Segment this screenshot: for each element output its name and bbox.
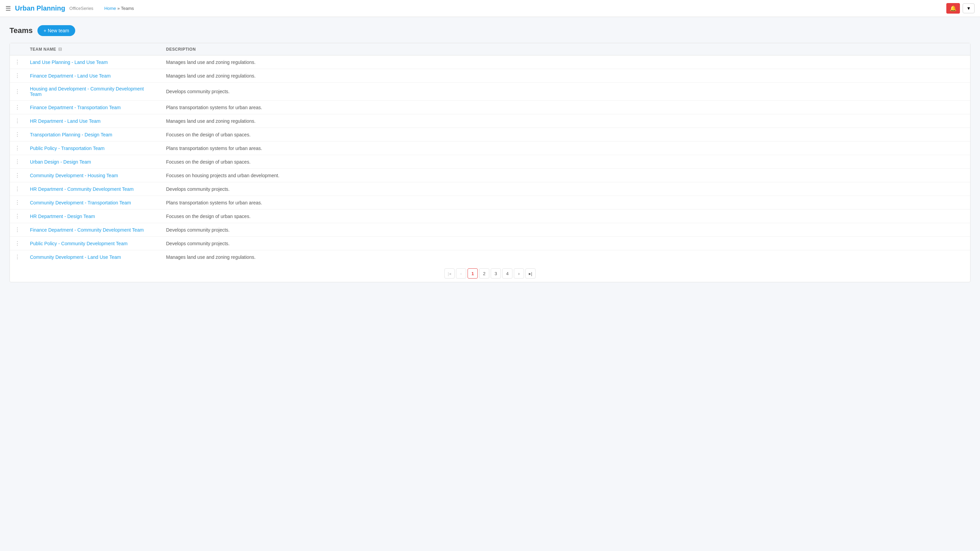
row-desc-text: Develops community projects. [166, 186, 230, 192]
pagination-page-3[interactable]: 3 [491, 268, 501, 279]
row-menu-cell: ⋮ [10, 83, 25, 101]
row-team-name-cell: Community Development - Housing Team [25, 169, 161, 182]
team-name-link[interactable]: HR Department - Land Use Team [30, 118, 101, 124]
team-name-link[interactable]: Community Development - Transportation T… [30, 200, 131, 205]
row-menu-cell: ⋮ [10, 114, 25, 128]
team-name-link[interactable]: Public Policy - Transportation Team [30, 146, 105, 151]
team-name-link[interactable]: Finance Department - Community Developme… [30, 227, 143, 233]
row-desc-text: Plans transportation systems for urban a… [166, 146, 262, 151]
row-desc-cell: Focuses on the design of urban spaces. [161, 155, 970, 169]
pagination-last-button[interactable]: ▸| [525, 268, 536, 279]
col-teamname-header: TEAM NAME ⊟ [25, 43, 161, 56]
table-row: ⋮ Land Use Planning - Land Use Team Mana… [10, 56, 970, 69]
table-row: ⋮ HR Department - Community Development … [10, 182, 970, 196]
row-team-name-cell: Transportation Planning - Design Team [25, 128, 161, 141]
col-desc-header: DESCRIPTION [161, 43, 970, 56]
new-team-button[interactable]: + New team [37, 25, 75, 36]
team-name-link[interactable]: Community Development - Land Use Team [30, 254, 121, 260]
table-body: ⋮ Land Use Planning - Land Use Team Mana… [10, 56, 970, 264]
row-menu-dots[interactable]: ⋮ [14, 73, 21, 79]
page-title: Teams [10, 26, 33, 35]
pagination-first-button[interactable]: |◂ [444, 268, 455, 279]
row-menu-dots[interactable]: ⋮ [14, 89, 21, 95]
table-row: ⋮ Community Development - Housing Team F… [10, 169, 970, 182]
row-desc-text: Focuses on the design of urban spaces. [166, 159, 250, 165]
pagination-prev-button[interactable]: ‹ [456, 268, 466, 279]
row-team-name-cell: Finance Department - Transportation Team [25, 101, 161, 114]
row-menu-cell: ⋮ [10, 169, 25, 182]
row-menu-dots[interactable]: ⋮ [14, 200, 21, 205]
row-desc-cell: Manages land use and zoning regulations. [161, 250, 970, 264]
col-menu-header [10, 43, 25, 56]
team-name-link[interactable]: HR Department - Design Team [30, 214, 95, 219]
row-menu-dots[interactable]: ⋮ [14, 172, 21, 178]
user-dropdown-button[interactable]: ▼ [963, 3, 975, 13]
row-menu-dots[interactable]: ⋮ [14, 105, 21, 110]
row-team-name-cell: HR Department - Design Team [25, 210, 161, 223]
header-right: 🔔 ▼ [946, 3, 975, 14]
row-desc-text: Plans transportation systems for urban a… [166, 105, 262, 110]
row-desc-text: Focuses on the design of urban spaces. [166, 214, 250, 219]
pagination-next-button[interactable]: › [514, 268, 524, 279]
row-menu-dots[interactable]: ⋮ [14, 132, 21, 137]
bell-icon: 🔔 [950, 5, 956, 11]
row-menu-cell: ⋮ [10, 69, 25, 83]
pagination-page-1[interactable]: 1 [468, 268, 478, 279]
app-subtitle: OfficeSeries [69, 6, 94, 11]
row-desc-text: Manages land use and zoning regulations. [166, 60, 256, 65]
row-team-name-cell: HR Department - Land Use Team [25, 114, 161, 128]
team-name-link[interactable]: Finance Department - Land Use Team [30, 73, 111, 79]
row-menu-dots[interactable]: ⋮ [14, 240, 21, 246]
notification-button[interactable]: 🔔 [946, 3, 960, 14]
team-name-link[interactable]: Community Development - Housing Team [30, 173, 118, 178]
table-row: ⋮ Finance Department - Community Develop… [10, 223, 970, 237]
row-desc-cell: Develops community projects. [161, 182, 970, 196]
row-menu-dots[interactable]: ⋮ [14, 59, 21, 65]
team-name-link[interactable]: Transportation Planning - Design Team [30, 132, 112, 137]
team-name-link[interactable]: Housing and Development - Community Deve… [30, 86, 144, 97]
team-name-link[interactable]: Public Policy - Community Development Te… [30, 241, 127, 246]
page-header: Teams + New team [10, 25, 970, 36]
pagination-page-2[interactable]: 2 [479, 268, 489, 279]
table-row: ⋮ Urban Design - Design Team Focuses on … [10, 155, 970, 169]
breadcrumb: Home » Teams [104, 6, 134, 11]
table-row: ⋮ Transportation Planning - Design Team … [10, 128, 970, 141]
row-team-name-cell: Community Development - Land Use Team [25, 250, 161, 264]
row-menu-dots[interactable]: ⋮ [14, 118, 21, 124]
chevron-down-icon: ▼ [966, 6, 971, 11]
row-menu-cell: ⋮ [10, 128, 25, 141]
row-menu-dots[interactable]: ⋮ [14, 159, 21, 165]
team-name-link[interactable]: Land Use Planning - Land Use Team [30, 60, 108, 65]
row-menu-dots[interactable]: ⋮ [14, 145, 21, 151]
row-desc-cell: Manages land use and zoning regulations. [161, 114, 970, 128]
row-desc-text: Manages land use and zoning regulations. [166, 118, 256, 124]
menu-icon[interactable]: ☰ [5, 5, 11, 12]
row-desc-cell: Focuses on the design of urban spaces. [161, 128, 970, 141]
main-content: Teams + New team TEAM NAME ⊟ DESCRIPTION [0, 17, 980, 291]
table-row: ⋮ HR Department - Design Team Focuses on… [10, 210, 970, 223]
team-name-link[interactable]: HR Department - Community Development Te… [30, 186, 134, 192]
table-row: ⋮ Housing and Development - Community De… [10, 83, 970, 101]
row-team-name-cell: Urban Design - Design Team [25, 155, 161, 169]
row-menu-dots[interactable]: ⋮ [14, 227, 21, 233]
row-team-name-cell: Public Policy - Community Development Te… [25, 237, 161, 250]
row-menu-dots[interactable]: ⋮ [14, 213, 21, 219]
row-menu-cell: ⋮ [10, 223, 25, 237]
row-menu-cell: ⋮ [10, 210, 25, 223]
row-desc-text: Develops community projects. [166, 241, 230, 246]
row-desc-cell: Focuses on housing projects and urban de… [161, 169, 970, 182]
row-desc-text: Manages land use and zoning regulations. [166, 254, 256, 260]
row-menu-cell: ⋮ [10, 56, 25, 69]
filter-icon[interactable]: ⊟ [58, 47, 62, 52]
table-row: ⋮ Public Policy - Community Development … [10, 237, 970, 250]
row-team-name-cell: Housing and Development - Community Deve… [25, 83, 161, 101]
breadcrumb-home[interactable]: Home [104, 6, 116, 11]
pagination-page-4[interactable]: 4 [502, 268, 512, 279]
row-desc-cell: Manages land use and zoning regulations. [161, 56, 970, 69]
row-desc-cell: Develops community projects. [161, 223, 970, 237]
row-menu-dots[interactable]: ⋮ [14, 186, 21, 192]
row-menu-dots[interactable]: ⋮ [14, 254, 21, 260]
app-title: Urban Planning [15, 5, 65, 12]
team-name-link[interactable]: Urban Design - Design Team [30, 159, 91, 165]
team-name-link[interactable]: Finance Department - Transportation Team [30, 105, 121, 110]
